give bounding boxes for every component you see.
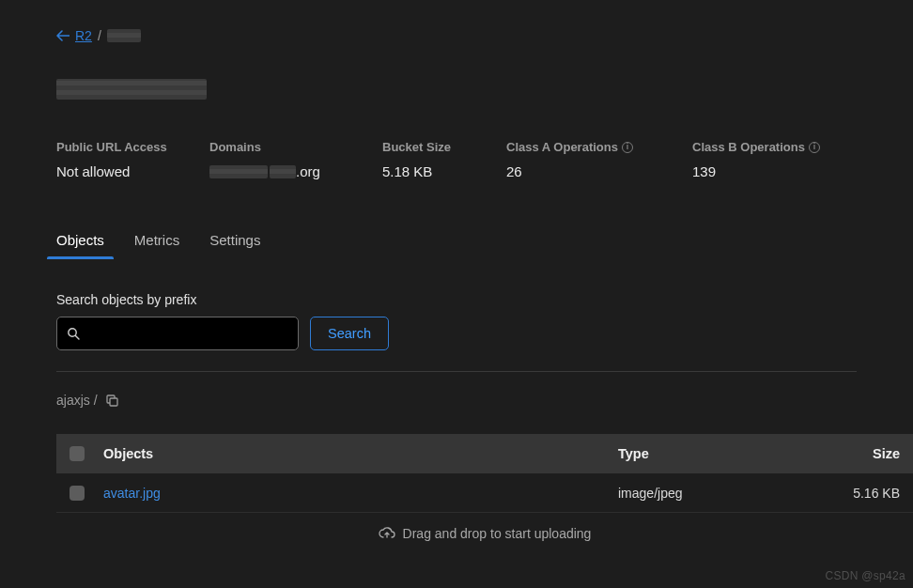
stat-label-class-a-text: Class A Operations <box>506 140 618 154</box>
breadcrumb-current-redacted <box>107 29 141 42</box>
stat-label-domains: Domains <box>209 140 382 154</box>
cloud-upload-icon <box>379 527 395 540</box>
objects-table: Objects Type Size avatar.jpg image/jpeg … <box>56 434 913 554</box>
stat-value-class-a: 26 <box>506 163 692 179</box>
stat-label-public-url: Public URL Access <box>56 140 209 154</box>
search-section: Search objects by prefix Search <box>56 292 857 350</box>
search-input[interactable] <box>80 326 288 341</box>
col-header-type[interactable]: Type <box>618 446 834 461</box>
tab-settings[interactable]: Settings <box>209 232 260 259</box>
breadcrumb-separator: / <box>98 28 101 43</box>
info-icon[interactable]: i <box>809 142 820 153</box>
search-input-wrap[interactable] <box>56 317 299 350</box>
tab-metrics[interactable]: Metrics <box>134 232 179 259</box>
breadcrumb-back-link[interactable]: R2 <box>56 28 92 43</box>
info-icon[interactable]: i <box>622 142 633 153</box>
stat-value-bucket-size: 5.18 KB <box>382 163 506 179</box>
stat-value-class-b: 139 <box>692 163 820 179</box>
watermark: CSDN @sp42a <box>825 569 905 582</box>
stat-public-url: Public URL Access Not allowed <box>56 140 209 179</box>
stat-value-public-url: Not allowed <box>56 163 209 179</box>
domain-redacted-1 <box>209 165 268 178</box>
stat-label-class-b-text: Class B Operations <box>692 140 805 154</box>
breadcrumb-back-label: R2 <box>75 28 92 43</box>
col-header-objects[interactable]: Objects <box>103 446 618 461</box>
stat-label-class-b: Class B Operations i <box>692 140 820 154</box>
object-name-link[interactable]: avatar.jpg <box>103 486 161 501</box>
page-title-redacted <box>56 79 207 100</box>
col-header-size[interactable]: Size <box>834 446 900 461</box>
copy-icon <box>105 394 118 407</box>
path-row: ajaxjs / <box>56 393 857 408</box>
upload-dropzone[interactable]: Drag and drop to start uploading <box>56 513 913 554</box>
copy-path-button[interactable] <box>105 394 118 407</box>
search-label: Search objects by prefix <box>56 292 857 307</box>
stat-class-b: Class B Operations i 139 <box>692 140 820 179</box>
table-header: Objects Type Size <box>56 434 913 473</box>
search-button[interactable]: Search <box>310 317 389 350</box>
svg-rect-2 <box>110 398 117 406</box>
stat-class-a: Class A Operations i 26 <box>506 140 692 179</box>
stat-label-class-a: Class A Operations i <box>506 140 692 154</box>
breadcrumb: R2 / <box>56 28 857 43</box>
dropzone-text: Drag and drop to start uploading <box>403 526 592 541</box>
tab-bar: Objects Metrics Settings <box>56 232 857 260</box>
stat-domains: Domains .org <box>209 140 382 179</box>
search-icon <box>67 327 80 340</box>
domain-redacted-2 <box>270 165 296 178</box>
object-size: 5.16 KB <box>834 486 900 501</box>
domain-suffix: .org <box>296 163 320 179</box>
tab-objects[interactable]: Objects <box>56 232 104 259</box>
stat-value-domains: .org <box>209 163 382 179</box>
path-current: ajaxjs / <box>56 393 98 408</box>
stats-row: Public URL Access Not allowed Domains .o… <box>56 140 857 179</box>
stat-bucket-size: Bucket Size 5.18 KB <box>382 140 506 179</box>
page-title <box>56 79 857 102</box>
stat-label-bucket-size: Bucket Size <box>382 140 506 154</box>
select-all-checkbox[interactable] <box>70 446 85 461</box>
arrow-left-icon <box>56 30 70 41</box>
row-checkbox[interactable] <box>70 486 85 501</box>
table-row: avatar.jpg image/jpeg 5.16 KB <box>56 473 913 513</box>
object-type: image/jpeg <box>618 486 834 501</box>
divider <box>56 371 857 372</box>
